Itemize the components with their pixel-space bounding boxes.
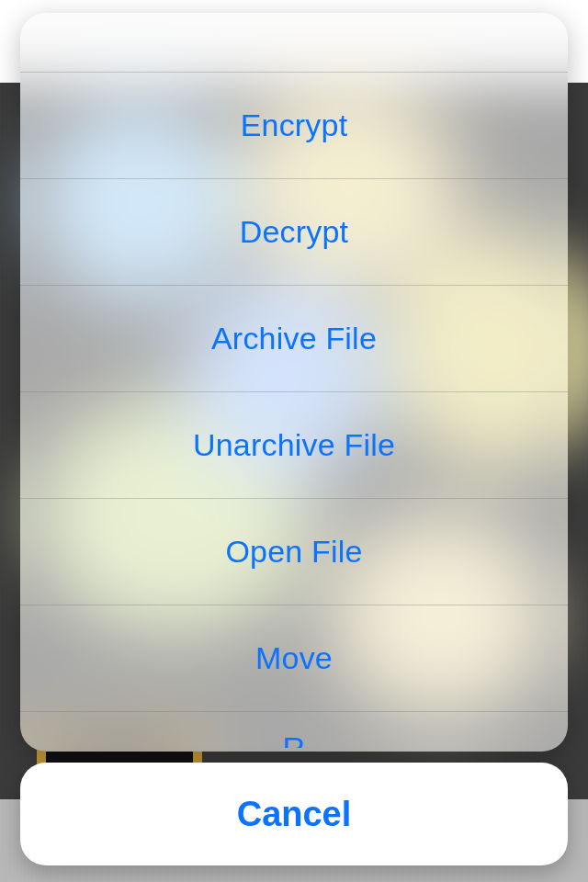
cancel-label: Cancel: [237, 795, 352, 834]
action-sheet-header: [20, 13, 568, 72]
option-unarchive-file[interactable]: Unarchive File: [20, 391, 568, 498]
cancel-button[interactable]: Cancel: [20, 763, 568, 865]
option-move[interactable]: Move: [20, 605, 568, 711]
option-next-partial[interactable]: R: [20, 711, 568, 748]
action-sheet: Encrypt Decrypt Archive File Unarchive F…: [20, 13, 568, 752]
option-archive-file[interactable]: Archive File: [20, 285, 568, 391]
option-label: Encrypt: [241, 107, 348, 143]
option-open-file[interactable]: Open File: [20, 498, 568, 605]
option-label: Decrypt: [240, 214, 349, 250]
option-label: Archive File: [211, 321, 377, 356]
option-decrypt[interactable]: Decrypt: [20, 178, 568, 285]
option-label: R: [283, 730, 306, 748]
option-label: Unarchive File: [193, 427, 395, 463]
option-label: Open File: [225, 534, 362, 570]
option-label: Move: [255, 640, 333, 676]
option-encrypt[interactable]: Encrypt: [20, 72, 568, 178]
